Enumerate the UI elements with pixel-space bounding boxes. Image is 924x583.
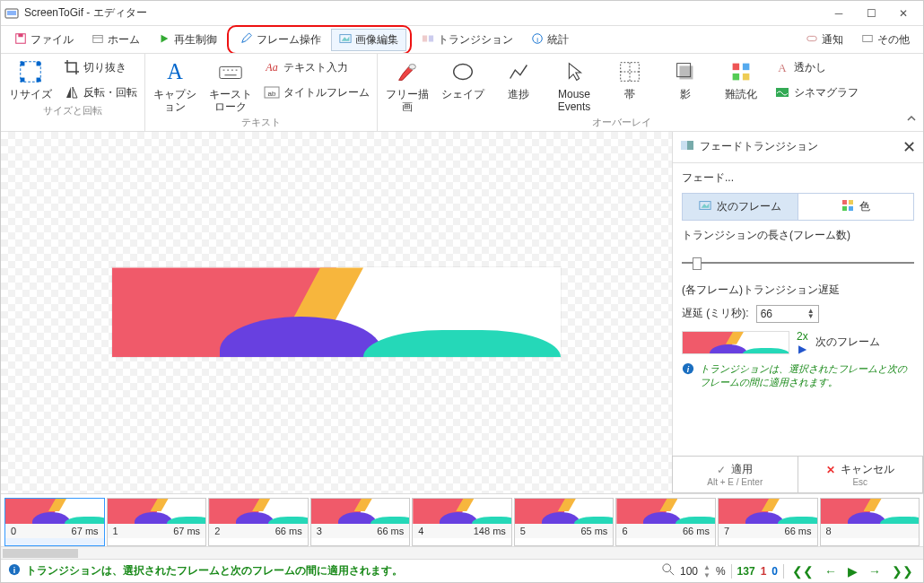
- menu-notify[interactable]: 通知: [798, 29, 851, 51]
- frame-index: 8: [826, 526, 832, 536]
- cinemagraph-icon: [774, 84, 790, 100]
- keystroke-button[interactable]: キーストローク: [206, 57, 255, 114]
- frame-thumb[interactable]: 766 ms: [718, 498, 818, 546]
- shape-button[interactable]: シェイプ: [439, 57, 487, 100]
- border-button[interactable]: 帯: [606, 57, 654, 100]
- cancel-button[interactable]: ✕キャンセル Esc: [798, 456, 924, 493]
- text-icon: Aa: [264, 59, 280, 75]
- menu-home[interactable]: ホーム: [83, 29, 148, 51]
- nav-first-button[interactable]: ❮❮: [789, 564, 816, 579]
- svg-rect-18: [21, 78, 25, 83]
- nav-play-button[interactable]: ▶: [845, 564, 860, 579]
- svg-marker-20: [66, 87, 71, 98]
- close-button[interactable]: ✕: [887, 2, 920, 25]
- panel-info: i トランジションは、選択されたフレームと次のフレームの間に適用されます。: [682, 362, 914, 389]
- menu-stats[interactable]: i 統計: [523, 29, 577, 51]
- frame-ms: 67 ms: [72, 526, 99, 536]
- menu-transition[interactable]: トランジション: [414, 29, 521, 51]
- menu-other[interactable]: その他: [853, 29, 918, 51]
- mini-preview: [682, 331, 789, 354]
- progress-icon: [504, 57, 533, 86]
- frame-thumb[interactable]: 8: [820, 498, 920, 546]
- obfuscate-button[interactable]: 難読化: [717, 57, 765, 100]
- frame-thumb[interactable]: 666 ms: [615, 498, 716, 546]
- frame-index: 4: [418, 526, 423, 536]
- info-icon: i: [8, 563, 21, 579]
- preview-row: 2x ▶ 次のフレーム: [682, 330, 914, 355]
- app-icon: [4, 6, 19, 21]
- frame-thumb[interactable]: 565 ms: [514, 498, 615, 546]
- save-icon: [14, 32, 27, 48]
- svg-marker-21: [73, 87, 77, 98]
- cinemagraph-button[interactable]: シネマグラフ: [772, 83, 860, 102]
- textinput-button[interactable]: Aa テキスト入力: [262, 57, 371, 77]
- check-icon: ✓: [717, 464, 726, 476]
- nav-prev-button[interactable]: ←: [822, 564, 840, 579]
- timeline-scrollbar[interactable]: [1, 546, 923, 559]
- tab-next-frame[interactable]: 次のフレーム: [683, 194, 798, 220]
- frame-thumb[interactable]: 167 ms: [107, 498, 207, 546]
- fliprotate-button[interactable]: 反転・回転: [62, 83, 139, 102]
- watermark-button[interactable]: A 透かし: [772, 57, 860, 77]
- ribbon-collapse-button[interactable]: [905, 112, 918, 127]
- timeline[interactable]: 067 ms167 ms266 ms366 ms4148 ms565 ms666…: [1, 494, 923, 546]
- panel-close-button[interactable]: ✕: [902, 137, 916, 157]
- maximize-button[interactable]: ☐: [855, 2, 887, 25]
- color-icon: [841, 199, 854, 214]
- thumb-image: [108, 499, 206, 524]
- caption-button[interactable]: A キャプション: [151, 57, 199, 114]
- resize-icon: [16, 57, 45, 86]
- thumb-meta: 565 ms: [515, 524, 614, 538]
- length-slider[interactable]: [682, 250, 914, 275]
- svg-rect-13: [807, 36, 817, 40]
- svg-text:i: i: [13, 566, 15, 575]
- frame-ms: 66 ms: [683, 526, 710, 536]
- frame-thumb[interactable]: 266 ms: [208, 498, 309, 546]
- menu-image-edit[interactable]: 画像編集: [331, 29, 406, 51]
- titleframe-button[interactable]: ab タイトルフレーム: [262, 83, 371, 102]
- minimize-button[interactable]: ─: [823, 2, 855, 25]
- spinner-arrows[interactable]: ▲▼: [807, 309, 815, 319]
- tab-color[interactable]: 色: [798, 194, 913, 220]
- fade-target-tabs: 次のフレーム 色: [682, 193, 914, 221]
- info-icon: i: [531, 32, 544, 48]
- nav-last-button[interactable]: ❯❯: [889, 564, 916, 579]
- caption-icon: A: [161, 57, 189, 86]
- fliprotate-icon: [64, 84, 80, 100]
- status-info: i トランジションは、選択されたフレームと次のフレームの間に適用されます。: [8, 563, 403, 579]
- menu-playback[interactable]: 再生制御: [150, 29, 225, 51]
- menu-frame[interactable]: フレーム操作: [232, 29, 329, 51]
- crop-button[interactable]: 切り抜き: [62, 57, 139, 77]
- svg-text:i: i: [536, 35, 538, 43]
- svg-rect-14: [863, 35, 873, 41]
- group-label-text: テキスト: [151, 116, 371, 129]
- canvas-area[interactable]: [1, 132, 672, 493]
- svg-rect-4: [93, 35, 103, 42]
- svg-rect-48: [842, 200, 847, 204]
- zoom-dropdown-icon[interactable]: ▲▼: [703, 563, 710, 579]
- frame-ms: 148 ms: [474, 526, 506, 536]
- mouse-button[interactable]: Mouse Events: [550, 57, 598, 114]
- thumb-meta: 8: [821, 524, 920, 538]
- shadow-button[interactable]: 影: [661, 57, 710, 100]
- frame-thumb[interactable]: 366 ms: [310, 498, 411, 546]
- frame-thumb[interactable]: 4148 ms: [412, 498, 512, 546]
- titlebar: ScreenToGif - エディター ─ ☐ ✕: [1, 1, 923, 26]
- svg-rect-45: [687, 141, 693, 150]
- delay-spinner[interactable]: 66 ▲▼: [756, 305, 819, 323]
- menu-file[interactable]: ファイル: [6, 29, 82, 51]
- picture-icon: [699, 199, 711, 214]
- svg-text:ab: ab: [268, 90, 276, 98]
- freedraw-button[interactable]: フリー描画: [383, 57, 431, 114]
- frame-ms: 66 ms: [275, 526, 302, 536]
- resize-button[interactable]: リサイズ: [6, 57, 55, 100]
- delay-section-label: (各フレーム)トランジション遅延: [682, 283, 914, 298]
- thumb-meta: 366 ms: [311, 524, 410, 538]
- frame-thumb[interactable]: 067 ms: [4, 498, 105, 546]
- preview-mult-indicator: 2x ▶: [797, 330, 808, 355]
- nav-next-button[interactable]: →: [866, 564, 884, 579]
- svg-rect-9: [423, 35, 427, 41]
- apply-button[interactable]: ✓適用 Alt + E / Enter: [672, 456, 798, 493]
- progress-button[interactable]: 進捗: [494, 57, 543, 100]
- svg-rect-36: [679, 65, 693, 79]
